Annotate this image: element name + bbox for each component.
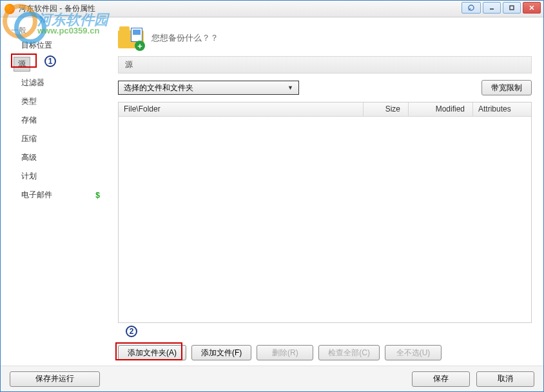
save-and-run-button[interactable]: 保存并运行 xyxy=(10,371,100,387)
sidebar-item-schedule[interactable]: 计划 xyxy=(14,169,106,184)
minimize-button[interactable] xyxy=(483,2,501,14)
main-heading: 您想备份什么？？ xyxy=(151,32,219,44)
col-modified[interactable]: Modified xyxy=(409,103,473,116)
cancel-button[interactable]: 取消 xyxy=(476,371,534,387)
sidebar-item-storage[interactable]: 存储 xyxy=(14,113,106,128)
sidebar-item-compress[interactable]: 压缩 xyxy=(14,132,106,146)
check-all-button[interactable]: 检查全部(C) xyxy=(318,345,380,360)
folder-add-icon: + xyxy=(118,26,144,50)
delete-button[interactable]: 删除(R) xyxy=(257,345,313,360)
table-header: File\Folder Size Modified Attributes xyxy=(119,103,531,117)
sidebar-item-email[interactable]: 电子邮件 xyxy=(14,188,56,202)
col-size[interactable]: Size xyxy=(364,103,409,116)
window-title: 河东软件园 - 备份属性 xyxy=(19,3,95,14)
sidebar-item-source[interactable]: 源 xyxy=(14,57,30,72)
add-folder-button[interactable]: 添加文件夹(A) xyxy=(118,345,186,360)
chevron-down-icon: ▼ xyxy=(287,84,293,91)
titlebar: 河东软件园 - 备份属性 xyxy=(1,1,543,17)
sidebar-item-filter[interactable]: 过滤器 xyxy=(14,75,106,90)
section-label-source: 源 xyxy=(118,56,532,74)
bandwidth-button[interactable]: 带宽限制 xyxy=(481,80,532,95)
uncheck-all-button[interactable]: 全不选(U) xyxy=(385,345,442,360)
dollar-icon: $ xyxy=(95,191,100,200)
sidebar: 一般 目标位置 源 1 过滤器 类型 存储 压缩 高级 计划 电子邮件 $ xyxy=(6,23,106,360)
sidebar-item-type[interactable]: 类型 xyxy=(14,94,106,109)
table-body xyxy=(119,117,531,322)
save-button[interactable]: 保存 xyxy=(412,371,470,387)
annotation-2: 2 xyxy=(126,326,137,337)
source-select-label: 选择的文件和文件夹 xyxy=(124,83,193,93)
sidebar-header: 一般 xyxy=(6,25,106,36)
add-file-button[interactable]: 添加文件(F) xyxy=(191,345,251,360)
footer-bar: 保存并运行 保存 取消 xyxy=(1,366,543,391)
app-icon xyxy=(5,4,15,14)
close-button[interactable] xyxy=(523,2,541,14)
main-panel: + 您想备份什么？？ 源 选择的文件和文件夹 ▼ 带宽限制 File\Folde… xyxy=(112,23,538,360)
sidebar-item-target[interactable]: 目标位置 xyxy=(14,38,106,53)
file-table: File\Folder Size Modified Attributes xyxy=(118,102,532,323)
svg-rect-3 xyxy=(510,6,514,10)
source-select[interactable]: 选择的文件和文件夹 ▼ xyxy=(118,81,299,95)
help-button[interactable] xyxy=(461,2,481,14)
maximize-button[interactable] xyxy=(503,2,521,14)
col-attributes[interactable]: Attributes xyxy=(473,103,531,116)
col-file[interactable]: File\Folder xyxy=(119,103,364,116)
annotation-1: 1 xyxy=(44,55,56,67)
sidebar-item-advanced[interactable]: 高级 xyxy=(14,150,106,165)
